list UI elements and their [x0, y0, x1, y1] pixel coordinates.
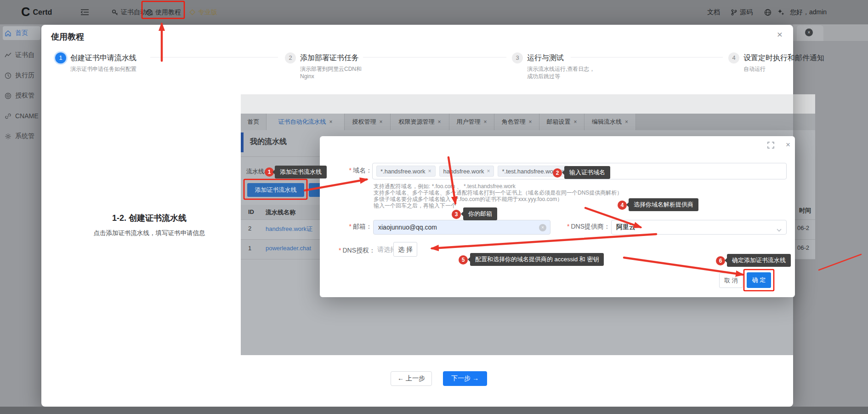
- tutorial-step-3[interactable]: 3 运行与测试 演示流水线运行,查看日志，成功后跳过等: [512, 52, 595, 80]
- preview-tab-bar: 首页 证书自动化流水线 × 授权管理 × 权限资源管理 × 用户管理 ×: [241, 114, 793, 130]
- step-label: 设置定时执行和邮件通知: [743, 52, 824, 64]
- tab-edit-pipeline[interactable]: 编辑流水线 ×: [584, 114, 636, 130]
- svg-text:?: ?: [148, 10, 151, 15]
- certd-logo[interactable]: C Certd: [21, 0, 52, 24]
- close-all-tabs-icon[interactable]: ×: [805, 29, 813, 36]
- menu-fold-icon[interactable]: [81, 0, 89, 24]
- behind-table-sliver: 时间 06-2 06-2: [793, 130, 815, 259]
- arrow-tail-right: [819, 254, 861, 270]
- sidebar-item-history[interactable]: 执行历: [5, 69, 40, 82]
- home-icon: [5, 30, 11, 37]
- pipeline-link[interactable]: handsfree.work证: [266, 225, 320, 233]
- step-label: 运行与测试: [527, 52, 595, 64]
- step-divider: [363, 57, 506, 58]
- choose-dns-auth-button[interactable]: 选 择: [393, 242, 417, 257]
- next-step-button[interactable]: 下一步 →: [443, 371, 487, 386]
- required-mark: *: [339, 247, 341, 254]
- nav-tutorial[interactable]: ? 使用教程: [146, 0, 181, 24]
- cancel-button-label: 取 消: [724, 276, 738, 285]
- tab-email-settings[interactable]: 邮箱设置 ×: [539, 114, 584, 130]
- step-desc: 演示流水线运行,查看日志，成功后跳过等: [527, 65, 595, 80]
- tab-label: 权限资源管理: [398, 118, 434, 126]
- tab-close-icon[interactable]: ×: [329, 119, 332, 125]
- theme-sparkle-icon[interactable]: [777, 0, 784, 24]
- required-mark: *: [349, 223, 352, 230]
- tab-close-icon[interactable]: ×: [379, 119, 382, 125]
- language-globe-icon[interactable]: [764, 0, 772, 24]
- step-number: 4: [728, 52, 739, 63]
- nav-pro[interactable]: 专业版: [189, 0, 217, 24]
- step-desc: 演示证书申请任务如何配置: [70, 65, 139, 73]
- tab-cert-pipeline[interactable]: 证书自动化流水线 ×: [267, 114, 345, 130]
- domain-tag[interactable]: *.handsfree.work ×: [376, 166, 436, 177]
- domain-helper-line: 输入一个回车之后，再输入下一个: [374, 202, 456, 209]
- tab-authorization[interactable]: 授权管理 ×: [345, 114, 391, 130]
- annotation-badge-4: 4: [618, 201, 627, 210]
- behind-header-sliver: [793, 94, 815, 114]
- section-accent-bar: [241, 132, 244, 152]
- nav-docs-link[interactable]: 文档: [707, 0, 720, 24]
- user-greeting[interactable]: 您好，admin: [790, 0, 827, 24]
- step-number: 2: [285, 52, 296, 63]
- tab-close-icon[interactable]: ×: [437, 119, 441, 125]
- sidebar-item-cert-automation[interactable]: 证书自: [5, 48, 40, 62]
- tutorial-close-icon[interactable]: ×: [773, 28, 787, 41]
- user-greeting-label: 您好，admin: [790, 8, 827, 17]
- tab-label: 授权管理: [352, 118, 376, 126]
- tab-label: 角色管理: [501, 118, 525, 126]
- link-icon: [5, 113, 11, 120]
- tab-permission-resources[interactable]: 权限资源管理 ×: [391, 114, 449, 130]
- dns-provider-label: *DNS提供商：: [555, 223, 610, 231]
- section-title: 我的流水线: [250, 137, 287, 147]
- cancel-button[interactable]: 取 消: [719, 273, 743, 288]
- nav-source-link[interactable]: 源码: [731, 0, 753, 24]
- dns-provider-label-text: DNS提供商：: [571, 223, 610, 230]
- add-pipeline-button[interactable]: 添加证书流水线: [247, 183, 304, 197]
- tab-close-icon[interactable]: ×: [483, 119, 487, 125]
- domain-tag-text: *.test.handsfree.work: [502, 168, 558, 175]
- prev-step-button[interactable]: ← 上一步: [391, 371, 432, 386]
- tab-home[interactable]: 首页: [241, 114, 267, 130]
- annotation-tooltip-6: 确定添加证书流水线: [727, 254, 791, 267]
- line-chart-icon: [5, 52, 11, 59]
- clock-icon: [5, 72, 11, 79]
- sidebar-item-system[interactable]: 系统管: [5, 129, 40, 143]
- next-step-label: 下一步 →: [451, 374, 479, 383]
- fullscreen-icon[interactable]: [767, 142, 774, 150]
- clear-input-icon[interactable]: ×: [539, 224, 546, 231]
- tab-role-management[interactable]: 角色管理 ×: [494, 114, 539, 130]
- pipeline-link[interactable]: powerleader.chat: [266, 245, 320, 252]
- tutorial-step-4[interactable]: 4 设置定时执行和邮件通知 自动运行: [728, 52, 824, 73]
- tutorial-step-2[interactable]: 2 添加部署证书任务 演示部署到阿里云CDN和Nginx: [285, 52, 374, 80]
- tutorial-step-1[interactable]: 1 创建证书申请流水线 演示证书申请任务如何配置: [55, 52, 139, 73]
- tag-close-icon[interactable]: ×: [428, 168, 431, 174]
- tab-label: 用户管理: [456, 118, 480, 126]
- nav-pro-label: 专业版: [198, 8, 217, 17]
- domain-tag-text: *.handsfree.work: [380, 168, 425, 175]
- nav-docs-label: 文档: [707, 8, 720, 17]
- behind-row-time: 06-2: [797, 224, 809, 231]
- step-number: 3: [512, 52, 523, 63]
- tab-close-icon[interactable]: ×: [573, 119, 577, 125]
- domain-tag[interactable]: handsfree.work ×: [439, 166, 494, 177]
- tab-user-management[interactable]: 用户管理 ×: [449, 114, 494, 130]
- tab-close-icon[interactable]: ×: [528, 119, 532, 125]
- col-id: ID: [248, 208, 254, 215]
- domain-helper-line: 多级子域名要分成多个域名输入（*.foo.com的证书不能用于xxx.yyy.f…: [374, 196, 562, 203]
- sidebar-item-authorization[interactable]: 授权管: [5, 89, 40, 103]
- tag-close-icon[interactable]: ×: [487, 168, 490, 174]
- dns-provider-select[interactable]: 阿里云: [611, 220, 787, 235]
- top-navbar: C Certd 证书自动化 ? 使用教程 专业版 文档 源码: [0, 0, 868, 24]
- cell-id: 2: [248, 225, 251, 232]
- confirm-button[interactable]: 确 定: [747, 272, 771, 288]
- email-field[interactable]: xiaojunnuo@qq.com ×: [373, 220, 550, 235]
- modal-close-icon[interactable]: ×: [783, 140, 793, 150]
- nav-tutorial-label: 使用教程: [155, 8, 181, 17]
- domain-label-text: 域名：: [353, 167, 372, 174]
- sidebar-item-cname[interactable]: CNAME: [5, 109, 40, 123]
- tab-close-icon[interactable]: ×: [625, 119, 628, 125]
- sidebar-item-label: 授权管: [15, 92, 34, 100]
- domain-helper-line: 支持多个域名、多个子域名、多个通配符域名打到一个证书上（域名必须是在同一个DNS…: [374, 190, 622, 196]
- sidebar-item-home[interactable]: 首页: [3, 26, 40, 40]
- nav-source-label: 源码: [740, 8, 753, 17]
